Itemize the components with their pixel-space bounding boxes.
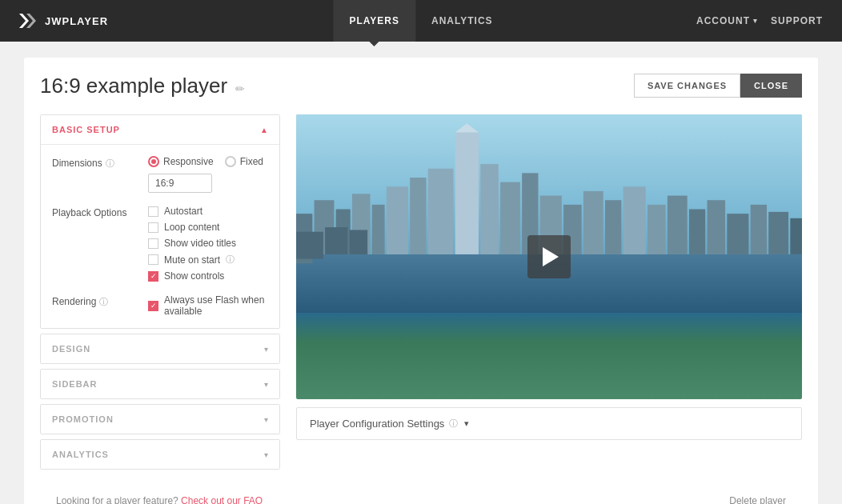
dimensions-label: Dimensions ⓘ (52, 156, 148, 193)
rendering-row: Rendering ⓘ Always use Flash when availa… (52, 294, 268, 317)
rendering-controls: Always use Flash when available (148, 294, 268, 317)
svg-rect-8 (410, 178, 426, 254)
playback-controls: Autostart Loop content Show video titles (148, 206, 268, 282)
main-wrapper: 16:9 example player ✏ SAVE CHANGES CLOSE… (0, 42, 842, 504)
accordion-label-design: DESIGN (52, 344, 90, 354)
play-button[interactable] (527, 235, 571, 278)
left-panel: BASIC SETUP ▲ Dimensions ⓘ (40, 114, 280, 474)
svg-rect-27 (790, 218, 802, 254)
navbar-right: ACCOUNT ▾ SUPPORT (696, 15, 823, 26)
loop-content-checkbox[interactable]: Loop content (148, 222, 268, 233)
close-button[interactable]: CLOSE (740, 74, 802, 98)
config-help-icon[interactable]: ⓘ (449, 418, 458, 430)
right-panel: Player Configuration Settings ⓘ ▾ (296, 114, 802, 440)
accordion-header-design[interactable]: DESIGN ▾ (41, 334, 279, 363)
accordion-sidebar: SIDEBAR ▾ (40, 369, 280, 399)
edit-icon[interactable]: ✏ (235, 82, 245, 95)
nav-players[interactable]: PLAYERS (333, 0, 415, 42)
svg-rect-21 (668, 196, 688, 254)
delete-player-button[interactable]: Delete player (729, 495, 786, 504)
dimensions-help-icon[interactable]: ⓘ (106, 158, 114, 170)
accordion-header-basic-setup[interactable]: BASIC SETUP ▲ (41, 115, 279, 145)
player-config-bar[interactable]: Player Configuration Settings ⓘ ▾ (296, 407, 802, 440)
show-video-titles-checkbox[interactable]: Show video titles (148, 238, 268, 249)
svg-rect-17 (583, 191, 603, 254)
svg-rect-19 (623, 186, 646, 254)
svg-rect-24 (727, 214, 748, 254)
account-chevron-icon: ▾ (753, 17, 758, 25)
accordion-chevron-sidebar: ▾ (264, 380, 268, 389)
autostart-checkbox[interactable]: Autostart (148, 206, 268, 217)
faq-link[interactable]: Check out our FAQ (181, 495, 263, 504)
accordion-header-promotion[interactable]: PROMOTION ▾ (41, 405, 279, 434)
dimensions-controls: Responsive Fixed 16:9 4:3 (148, 156, 268, 193)
rendering-label: Rendering ⓘ (52, 294, 148, 317)
header-row: 16:9 example player ✏ SAVE CHANGES CLOSE (40, 74, 802, 98)
save-changes-button[interactable]: SAVE CHANGES (634, 74, 740, 98)
checkbox-list: Autostart Loop content Show video titles (148, 206, 268, 282)
svg-rect-18 (605, 200, 621, 254)
navbar-center: PLAYERS ANALYTICS (333, 0, 508, 42)
play-icon (543, 247, 559, 266)
rendering-help-icon[interactable]: ⓘ (99, 296, 108, 308)
fixed-radio-dot (225, 156, 236, 167)
accordion-analytics: ANALYTICS ▾ (40, 439, 280, 470)
logo-text: JWPLAYER (45, 15, 108, 27)
svg-rect-10 (455, 133, 479, 254)
player-title: 16:9 example player (40, 74, 227, 98)
player-config-label: Player Configuration Settings (310, 418, 444, 430)
svg-rect-7 (387, 186, 408, 254)
accordion-header-sidebar[interactable]: SIDEBAR ▾ (41, 370, 279, 398)
footer-row: Looking for a player feature? Check out … (40, 482, 802, 504)
two-col-layout: BASIC SETUP ▲ Dimensions ⓘ (40, 114, 802, 474)
accordion-chevron-analytics: ▾ (264, 450, 268, 459)
logo-icon (19, 12, 42, 30)
fixed-radio[interactable]: Fixed (225, 156, 263, 167)
svg-rect-9 (428, 169, 454, 254)
accordion-label-promotion: PROMOTION (52, 414, 114, 424)
flash-checkbox[interactable]: Always use Flash when available (148, 294, 268, 317)
mute-checkbox-box (148, 254, 158, 265)
flash-checkbox-box (148, 301, 158, 311)
accordion-design: DESIGN ▾ (40, 334, 280, 364)
content-area: 16:9 example player ✏ SAVE CHANGES CLOSE… (24, 58, 818, 504)
accordion-chevron-design: ▾ (264, 345, 268, 354)
skyline-svg (296, 114, 802, 313)
accordion-label-sidebar: SIDEBAR (52, 379, 98, 389)
video-preview (296, 114, 802, 399)
svg-rect-26 (768, 212, 788, 254)
accordion-content-basic-setup: Dimensions ⓘ Responsive (41, 145, 279, 328)
svg-rect-25 (751, 205, 767, 254)
dimensions-radio-group: Responsive Fixed (148, 156, 268, 167)
nav-support[interactable]: SUPPORT (771, 15, 823, 26)
logo[interactable]: JWPLAYER (19, 12, 108, 30)
svg-rect-13 (500, 182, 520, 254)
accordion-promotion: PROMOTION ▾ (40, 404, 280, 434)
nav-account[interactable]: ACCOUNT ▾ (696, 15, 758, 26)
svg-rect-29 (325, 227, 347, 254)
aspect-ratio-select[interactable]: 16:9 4:3 1:1 (148, 174, 212, 193)
svg-rect-22 (689, 209, 705, 254)
playback-label: Playback Options (52, 206, 148, 282)
svg-rect-6 (372, 205, 385, 254)
config-chevron-icon: ▾ (464, 418, 469, 429)
accordion-chevron-basic-setup: ▲ (260, 126, 268, 134)
svg-rect-23 (708, 200, 726, 254)
navbar: JWPLAYER PLAYERS ANALYTICS ACCOUNT ▾ SUP… (0, 0, 842, 42)
accordion-header-analytics[interactable]: ANALYTICS ▾ (41, 440, 279, 469)
responsive-radio[interactable]: Responsive (148, 156, 214, 167)
mute-help-icon[interactable]: ⓘ (226, 254, 235, 266)
svg-rect-30 (350, 230, 368, 254)
svg-rect-12 (480, 164, 499, 254)
controls-checkbox-box (148, 271, 158, 282)
svg-rect-28 (296, 232, 323, 259)
accordion-basic-setup: BASIC SETUP ▲ Dimensions ⓘ (40, 114, 280, 329)
mute-on-start-checkbox[interactable]: Mute on start ⓘ (148, 254, 268, 266)
header-buttons: SAVE CHANGES CLOSE (634, 74, 802, 98)
svg-rect-20 (648, 205, 666, 254)
playback-options-row: Playback Options Autostart (52, 206, 268, 282)
responsive-radio-dot (148, 156, 159, 167)
nav-analytics[interactable]: ANALYTICS (415, 0, 509, 42)
player-title-area: 16:9 example player ✏ (40, 74, 245, 98)
show-controls-checkbox[interactable]: Show controls (148, 270, 268, 282)
